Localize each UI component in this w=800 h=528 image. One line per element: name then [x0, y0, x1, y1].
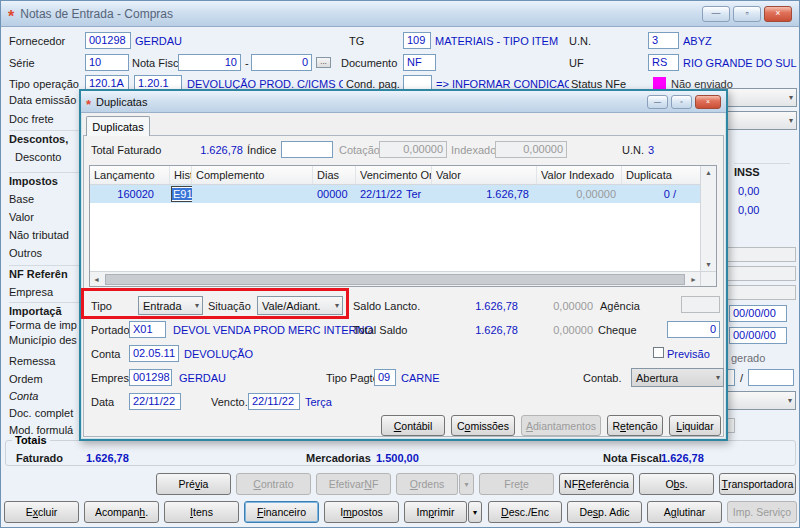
fornecedor-input[interactable]: 001298: [85, 32, 131, 49]
annotation-highlight: [81, 288, 349, 319]
imp-servico-button[interactable]: Imp. Serviço: [727, 501, 797, 523]
col-hist[interactable]: Hist.: [170, 166, 192, 184]
nf-referencia-button[interactable]: NF Referência: [559, 473, 634, 495]
dialog-minimize-icon[interactable]: —: [647, 95, 668, 109]
efetivar-nf-button[interactable]: Efetivar NF: [316, 473, 391, 495]
close-icon[interactable]: ×: [764, 6, 792, 22]
contab-combobox[interactable]: Abertura▾: [631, 368, 724, 387]
dialog-close-icon[interactable]: ×: [695, 95, 721, 109]
duplicatas-dialog: * Duplicatas — ▫ × Duplicatas Total Fatu…: [79, 89, 728, 441]
chevron-down-icon: ▾: [788, 396, 792, 405]
left-label-remessa: Remessa: [9, 355, 55, 368]
previsao-checkbox[interactable]: [653, 347, 664, 358]
retencao-button[interactable]: Retenção: [607, 415, 663, 436]
ordem-number-input-2[interactable]: [748, 369, 794, 386]
left-label-municipio: Município des: [9, 334, 77, 347]
col-vencimento-orig[interactable]: Vencimento Orig.: [356, 166, 432, 184]
contrato-button[interactable]: Contrato: [236, 473, 311, 495]
nota-fiscal-browse-button[interactable]: ...: [316, 57, 331, 68]
adiantamentos-button[interactable]: Adiantamentos: [521, 415, 601, 436]
left-label-conta: Conta: [9, 390, 38, 403]
imprimir-button[interactable]: Imprimir: [404, 501, 467, 523]
vertical-scrollbar[interactable]: ▲ ▼: [700, 166, 716, 271]
tipo-pagto-input[interactable]: 09: [374, 369, 396, 386]
tab-duplicatas[interactable]: Duplicatas: [86, 116, 150, 136]
col-valor-indexado[interactable]: Valor Indexado: [537, 166, 622, 184]
nota-fiscal-input2[interactable]: 0: [251, 54, 312, 71]
left-label-forma-de-imp: Forma de imp: [9, 319, 77, 332]
scroll-left-icon[interactable]: ◄: [90, 276, 103, 283]
nota-fiscal-total-value: 1.626,78: [661, 452, 704, 465]
un-input[interactable]: 3: [648, 32, 679, 49]
tg-label: TG: [349, 35, 364, 48]
col-lancamento[interactable]: Lançamento: [90, 166, 170, 184]
desc-enc-button[interactable]: Desc./Enc: [488, 501, 562, 523]
vencto-dia-semana: Terça: [305, 396, 332, 409]
excluir-button[interactable]: Excluir: [4, 501, 79, 523]
desp-adic-button[interactable]: Desp. Adic: [567, 501, 642, 523]
transportadora-button[interactable]: Transportadora: [719, 473, 796, 495]
contabil-button[interactable]: Contábil: [381, 415, 445, 436]
col-valor[interactable]: Valor: [432, 166, 537, 184]
indice-input[interactable]: [281, 141, 333, 158]
inss-valor-value: 0,00: [738, 204, 759, 217]
cell-valor-indexado: 0,00000: [537, 186, 622, 202]
empresa-input[interactable]: 001298: [129, 369, 172, 386]
cell-valor: 1.626,78: [432, 186, 537, 202]
frete-button[interactable]: Frete: [479, 473, 554, 495]
comissoes-button[interactable]: Comissões: [451, 415, 515, 436]
conta-name: DEVOLUÇÃO: [184, 348, 253, 361]
financeiro-button[interactable]: Financeiro: [244, 501, 319, 523]
ordens-button[interactable]: Ordens: [396, 473, 458, 495]
col-duplicata[interactable]: Duplicata: [622, 166, 680, 184]
importacao-date-2-input[interactable]: 00/00/00: [729, 327, 787, 344]
acompanh-button[interactable]: Acompanh.: [84, 501, 159, 523]
inss-base-value: 0,00: [738, 185, 759, 198]
liquidar-button[interactable]: Liquidar: [669, 415, 721, 436]
main-titlebar: * Notas de Entrada - Compras — ▫ ×: [1, 1, 799, 27]
vencto-input[interactable]: 22/11/22: [248, 393, 300, 410]
serie-input[interactable]: 10: [85, 54, 129, 71]
uf-input[interactable]: RS: [648, 54, 679, 71]
dialog-un-label: U.N.: [622, 144, 644, 157]
nota-fiscal-input[interactable]: 10: [178, 54, 241, 71]
documento-input[interactable]: NF: [403, 54, 436, 71]
data-input[interactable]: 22/11/22: [129, 393, 181, 410]
scroll-down-icon[interactable]: ▼: [705, 258, 712, 271]
importacao-date-1-input[interactable]: 00/00/00: [729, 305, 787, 322]
indice-label: Índice: [247, 144, 276, 157]
cell-dias: 00000: [313, 186, 356, 202]
fornecedor-name: GERDAU: [135, 35, 182, 48]
col-complemento[interactable]: Complemento: [192, 166, 313, 184]
chevron-down-icon: ▾: [789, 93, 793, 102]
total-saldo-label: Total Saldo: [353, 324, 407, 337]
cell-hist[interactable]: E91: [170, 186, 192, 202]
scroll-right-icon[interactable]: ►: [687, 276, 700, 283]
obs-button[interactable]: Obs.: [639, 473, 714, 495]
saldo-lancto-label: Saldo Lancto.: [353, 300, 420, 313]
horizontal-scrollbar[interactable]: ◄ ►: [90, 271, 716, 286]
nota-fiscal-separator: -: [245, 57, 249, 70]
ordens-dropdown-icon[interactable]: ▾: [459, 473, 474, 495]
minimize-icon[interactable]: —: [702, 6, 730, 22]
window-title: Notas de Entrada - Compras: [20, 7, 173, 21]
tg-input[interactable]: 109: [403, 32, 431, 49]
horizontal-scrollbar-thumb[interactable]: [105, 274, 685, 285]
portador-input[interactable]: X01: [129, 321, 166, 338]
table-row[interactable]: 160020 E91 00000 22/11/22 Ter 1.626,78 0…: [90, 185, 700, 203]
impostos-button[interactable]: Impostos: [324, 501, 399, 523]
itens-button[interactable]: Itens: [164, 501, 239, 523]
scroll-up-icon[interactable]: ▲: [705, 166, 712, 179]
gerado-label: gerado: [731, 352, 765, 365]
col-dias[interactable]: Dias: [313, 166, 356, 184]
previa-button[interactable]: Prévia: [156, 473, 231, 495]
imprimir-dropdown-icon[interactable]: ▾: [468, 501, 482, 523]
cheque-input[interactable]: 0: [667, 321, 720, 338]
maximize-icon[interactable]: ▫: [733, 6, 761, 22]
uf-label: UF: [569, 57, 584, 70]
aglutinar-button[interactable]: Aglutinar: [647, 501, 722, 523]
serie-label: Série: [9, 57, 35, 70]
conta-input[interactable]: 02.05.11: [129, 345, 179, 362]
left-label-outros: Outros: [9, 247, 42, 260]
dialog-maximize-icon[interactable]: ▫: [671, 95, 692, 109]
